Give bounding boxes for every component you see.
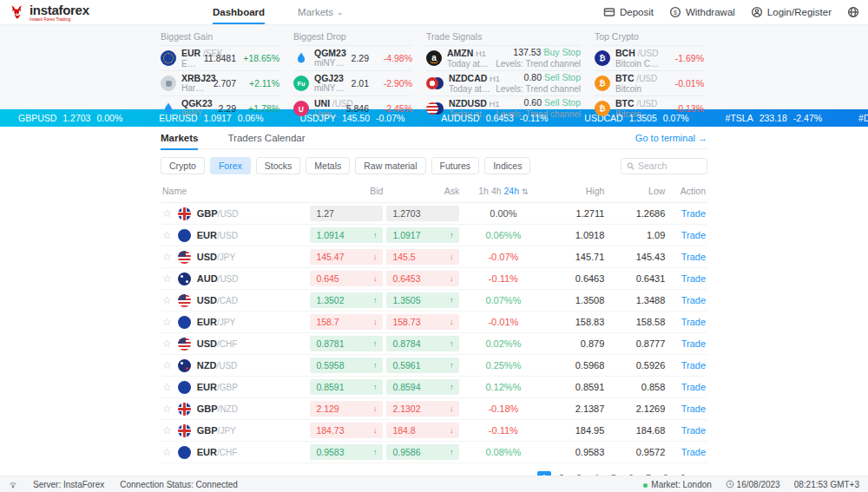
bid-value[interactable]: 1.0914↑ — [310, 227, 383, 243]
period-4h[interactable]: 4h — [491, 186, 502, 196]
filter-crypto[interactable]: Crypto — [161, 157, 205, 174]
filter-metals[interactable]: Metals — [306, 157, 350, 174]
filter-forex[interactable]: Forex — [210, 157, 251, 174]
sort-icon[interactable]: ⇅ — [522, 187, 529, 196]
ask-value[interactable]: 158.73↓ — [386, 314, 459, 330]
trade-link[interactable]: Trade — [681, 317, 706, 327]
trade-link[interactable]: Trade — [681, 360, 706, 371]
widget-list-item[interactable]: QGM23miNY Natura...2.29-4.98% — [293, 45, 412, 70]
trade-link[interactable]: Trade — [681, 382, 706, 392]
trade-link[interactable]: Trade — [681, 208, 706, 219]
trade-link[interactable]: Trade — [681, 403, 706, 414]
ticker-item[interactable]: GBPUSD1.27030.00% — [0, 113, 141, 123]
ask-value[interactable]: 0.9586↑ — [386, 444, 459, 460]
filter-indices[interactable]: Indices — [484, 157, 530, 174]
instrument-name: BTC /USDBitcoin — [615, 73, 661, 94]
table-row: ☆AUD/USD0.645↓0.6453↓-0.11%0.64630.6431T… — [161, 268, 707, 290]
search-box[interactable] — [621, 158, 707, 174]
gb-flag-icon — [178, 403, 191, 416]
period-1h[interactable]: 1h — [478, 186, 489, 196]
ticker-item[interactable]: USDCAD1.35050.07% — [566, 113, 707, 123]
ask-value[interactable]: 2.1302↓ — [386, 401, 459, 417]
arrow-down-icon: ↓ — [450, 253, 454, 261]
widget-list-item[interactable]: EUR /SEKEuro11.8481+18.65% — [161, 45, 279, 70]
ask-value[interactable]: 184.8↓ — [386, 423, 459, 438]
header-action-deposit[interactable]: Deposit — [603, 6, 654, 18]
bid-value[interactable]: 1.27 — [310, 206, 383, 221]
card-icon — [603, 6, 615, 18]
favorite-star-icon[interactable]: ☆ — [162, 424, 172, 436]
go-to-terminal-link[interactable]: Go to terminal → — [635, 133, 707, 143]
ticker-item[interactable]: #TSLA233.18-2.47% — [707, 113, 841, 123]
widget-list-item[interactable]: FuQGJ23miNY Natura...2.01-2.90% — [293, 70, 412, 95]
header-action-withdrawal[interactable]: $Withdrawal — [669, 6, 735, 18]
widget-list-item[interactable]: ₿BTC /USDBitcoin-0.01% — [595, 70, 704, 95]
filter-futures[interactable]: Futures — [431, 157, 480, 174]
bid-value[interactable]: 0.645↓ — [310, 271, 383, 286]
period-24h[interactable]: 24h — [504, 186, 520, 196]
ask-value[interactable]: 0.6453↓ — [386, 271, 459, 286]
tab-traders-calendar[interactable]: Traders Calendar — [227, 127, 305, 149]
ticker-item[interactable]: #DIS87.07-0.98% — [840, 113, 868, 123]
globe-icon[interactable] — [847, 6, 859, 18]
trade-signal-item[interactable]: aAMZN H1Today at 22:30137.53 Buy StopLev… — [426, 45, 581, 70]
trade-link[interactable]: Trade — [681, 230, 706, 240]
widget-list-item[interactable]: XRBJ23Harbor Gaso...2.707+2.11% — [161, 70, 279, 95]
bid-value[interactable]: 0.8781↑ — [310, 336, 383, 351]
low-value: 1.3488 — [606, 290, 667, 312]
trade-link[interactable]: Trade — [681, 295, 706, 305]
ask-value[interactable]: 1.2703 — [386, 206, 459, 221]
bid-value[interactable]: 0.5958↑ — [310, 358, 383, 373]
tab-markets[interactable]: Markets — [161, 127, 198, 149]
instrument-cell: ☆EUR/USD — [162, 229, 306, 242]
trade-link[interactable]: Trade — [681, 252, 706, 262]
trade-link[interactable]: Trade — [681, 447, 706, 457]
bid-value[interactable]: 0.8591↑ — [310, 379, 383, 395]
col-change-period[interactable]: 1h 4h 24h ⇅ — [461, 180, 545, 203]
favorite-star-icon[interactable]: ☆ — [162, 294, 172, 306]
bid-value[interactable]: 158.7↓ — [310, 314, 383, 330]
favorite-star-icon[interactable]: ☆ — [162, 359, 172, 371]
favorite-star-icon[interactable]: ☆ — [162, 316, 172, 328]
ask-value[interactable]: 1.3505↑ — [386, 292, 459, 308]
favorite-star-icon[interactable]: ☆ — [162, 272, 172, 285]
favorite-star-icon[interactable]: ☆ — [162, 446, 172, 458]
table-row: ☆NZD/USD0.5958↑0.5961↑0.25%%0.59680.5926… — [161, 355, 707, 377]
nav-markets[interactable]: Markets⌄ — [298, 0, 343, 24]
filter-raw-material[interactable]: Raw material — [355, 157, 425, 174]
bid-value[interactable]: 0.9583↑ — [310, 444, 383, 460]
favorite-star-icon[interactable]: ☆ — [162, 338, 172, 350]
bid-value[interactable]: 184.73↓ — [310, 423, 383, 438]
trade-link[interactable]: Trade — [681, 338, 706, 349]
market-filterbar: CryptoForexStocksMetalsRaw materialFutur… — [161, 157, 707, 174]
header-action-login-register[interactable]: Login/Register — [751, 6, 832, 18]
trade-link[interactable]: Trade — [681, 425, 706, 436]
widget-list-item[interactable]: ₿BCH /USDBitcoin Cas...-1.69% — [595, 45, 704, 70]
bid-value[interactable]: 2.129↓ — [310, 401, 383, 417]
ask-value[interactable]: 145.5↓ — [386, 249, 459, 265]
arrow-up-icon: ↑ — [373, 383, 378, 391]
bid-value[interactable]: 1.3502↑ — [310, 292, 383, 308]
favorite-star-icon[interactable]: ☆ — [162, 381, 172, 393]
instrument-price: 2.707 — [214, 78, 236, 89]
trade-signal-item[interactable]: NZDCAD H1Today at 06:190.80 Sell StopLev… — [426, 70, 581, 95]
favorite-star-icon[interactable]: ☆ — [162, 229, 172, 241]
search-input[interactable] — [638, 161, 699, 171]
pair-name: USD/JPY — [197, 252, 235, 262]
instaforex-logo[interactable]: instaforex Instant Forex Trading — [9, 3, 161, 22]
favorite-star-icon[interactable]: ☆ — [162, 251, 172, 263]
ask-value[interactable]: 1.0917↑ — [386, 227, 459, 243]
filter-stocks[interactable]: Stocks — [256, 157, 301, 174]
col-action: Action — [667, 180, 707, 203]
favorite-star-icon[interactable]: ☆ — [162, 403, 172, 415]
ticker-item[interactable]: AUDUSD0.6453-0.11% — [423, 113, 566, 123]
ask-value[interactable]: 0.8784↑ — [386, 336, 459, 351]
favorite-star-icon[interactable]: ☆ — [162, 207, 172, 220]
nav-dashboard[interactable]: Dashboard — [213, 0, 265, 24]
ask-value[interactable]: 0.8594↑ — [386, 379, 459, 395]
amazon-icon: a — [426, 50, 442, 66]
col-name: Name — [161, 180, 308, 203]
bid-value[interactable]: 145.47↓ — [310, 249, 383, 265]
trade-link[interactable]: Trade — [681, 273, 706, 284]
ask-value[interactable]: 0.5961↑ — [386, 358, 459, 373]
